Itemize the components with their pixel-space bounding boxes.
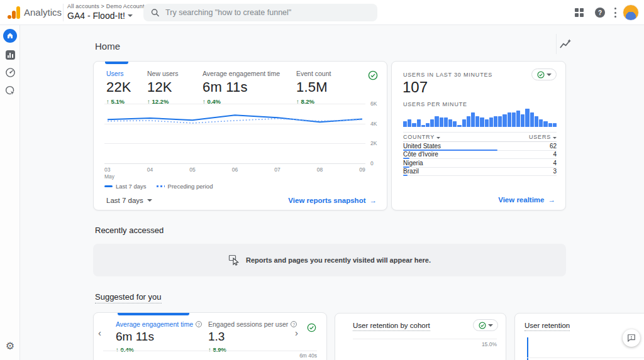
help-tooltip-icon[interactable]: ?	[291, 321, 297, 327]
chart-gridline	[104, 124, 365, 124]
metric-delta: ↑ 0.4%	[116, 346, 202, 353]
minute-bar	[471, 112, 475, 127]
empty-state-text: Reports and pages you recently visited w…	[246, 256, 431, 264]
minute-bar	[553, 123, 557, 127]
nav-reports[interactable]	[0, 50, 20, 60]
realtime-title: USERS IN LAST 30 MINUTES	[403, 72, 492, 78]
data-quality-icon[interactable]	[368, 70, 378, 83]
minute-bar	[417, 119, 421, 127]
recently-accessed-empty-state: Reports and pages you recently visited w…	[93, 244, 566, 276]
account-switcher[interactable]: All accounts > Demo Account GA4 - Flood-…	[67, 3, 145, 21]
view-realtime-link[interactable]: View realtime →	[498, 196, 555, 204]
country-row[interactable]: Côte d'Ivoire 4	[403, 151, 557, 160]
x-tick-label: 09	[359, 166, 365, 173]
carousel-next-icon[interactable]: ›	[295, 328, 298, 337]
help-icon[interactable]: ?	[595, 8, 605, 18]
logo-bar-tall	[16, 6, 20, 19]
nav-admin[interactable]: ⚙	[0, 341, 20, 351]
user-avatar[interactable]	[623, 4, 639, 21]
help-tooltip-icon[interactable]: ?	[196, 321, 202, 327]
minute-bar	[516, 111, 520, 127]
minute-bar	[539, 119, 543, 127]
chevron-down-icon	[488, 324, 493, 327]
nav-explore[interactable]	[0, 67, 20, 78]
suggested-metrics-card: ‹ Average engagement time? 6m 11s ↑ 0.4%…	[93, 312, 327, 360]
x-tick-label: 05	[189, 166, 195, 173]
realtime-country-table: United States 62 Côte d'Ivoire 4 Nigeria…	[403, 142, 557, 176]
nav-advertising[interactable]	[0, 85, 20, 96]
date-range-selector[interactable]: Last 7 days	[106, 197, 152, 204]
overview-card: Users 22K ↑ 5.1% New users 12K ↑ 12.2% A…	[93, 61, 387, 210]
country-row[interactable]: Brazil 3	[403, 168, 557, 177]
country-bar	[403, 175, 408, 176]
country-column-header[interactable]: COUNTRY	[403, 134, 440, 140]
y-tick-label: 6K	[370, 101, 377, 107]
x-tick-label: 07	[274, 166, 280, 173]
x-tick-label: 06	[232, 166, 238, 173]
overview-line-chart	[104, 104, 365, 163]
analytics-logo-icon[interactable]	[8, 6, 20, 19]
users-per-minute-chart	[403, 108, 557, 127]
more-options-icon[interactable]	[614, 8, 616, 18]
minute-bar	[480, 117, 484, 127]
country-row[interactable]: Nigeria 4	[403, 159, 557, 168]
x-tick-label: 08	[317, 166, 323, 173]
search-input[interactable]	[165, 8, 370, 17]
feedback-button[interactable]	[623, 329, 640, 347]
metric-tab-event-count[interactable]: Event count 1.5M ↑ 8.2%	[296, 70, 331, 105]
minute-bar	[512, 112, 516, 127]
minute-bar	[535, 116, 538, 127]
legend-label: Preceding period	[168, 183, 213, 190]
data-quality-icon[interactable]	[307, 323, 316, 335]
metric-tab-new-users[interactable]: New users 12K ↑ 12.2%	[147, 70, 179, 105]
arrow-right-icon: →	[370, 197, 377, 204]
carousel-prev-icon[interactable]: ‹	[98, 328, 101, 337]
minute-bar	[457, 125, 461, 127]
page-title: Home	[95, 41, 120, 52]
legend-dashed-swatch	[157, 185, 165, 187]
reports-icon	[6, 50, 15, 60]
country-row[interactable]: United States 62	[403, 142, 557, 151]
advertising-icon	[5, 85, 16, 96]
apps-grid-icon[interactable]	[575, 8, 584, 17]
metric-label: Average engagement time	[203, 70, 280, 77]
sort-caret-icon	[553, 137, 557, 139]
minute-bar	[421, 125, 425, 127]
home-icon	[6, 32, 14, 40]
legend-solid-swatch	[104, 185, 113, 187]
insights-button[interactable]	[559, 38, 572, 51]
minute-bar	[440, 117, 443, 127]
search-bar[interactable]	[143, 4, 377, 21]
metric-tab-engagement[interactable]: Average engagement time 6m 11s ↑ 0.4%	[203, 70, 280, 105]
suggested-title: Suggested for you	[95, 292, 162, 302]
chevron-down-icon	[547, 74, 552, 76]
logo-dot	[8, 15, 11, 19]
arrow-right-icon: →	[548, 196, 556, 204]
active-metric-indicator	[105, 62, 128, 64]
metric-tab-avg-engagement[interactable]: Average engagement time? 6m 11s ↑ 0.4%	[116, 320, 202, 353]
nav-home[interactable]	[0, 29, 20, 43]
logo-bar-mid	[12, 11, 16, 19]
realtime-options-pill[interactable]	[531, 68, 557, 80]
minute-bar	[525, 109, 529, 127]
minute-bar	[448, 119, 452, 127]
brand-name: Analytics	[24, 7, 62, 18]
legend-label: Last 7 days	[116, 183, 147, 190]
metric-label: Event count	[296, 70, 331, 77]
minute-bar	[444, 117, 448, 127]
view-reports-snapshot-link[interactable]: View reports snapshot →	[288, 197, 377, 204]
chart-legend: Last 7 days Preceding period	[104, 183, 213, 190]
metric-tab-engaged-sessions[interactable]: Engaged sessions per user? 1.3 ↑ 8.9%	[208, 320, 297, 353]
users-column-header[interactable]: USERS	[529, 134, 557, 140]
left-nav: ⚙	[0, 25, 20, 360]
gridline-label: 15.0%	[482, 341, 497, 347]
realtime-users-value: 107	[402, 79, 428, 96]
minute-bar	[462, 119, 466, 127]
minute-bar	[489, 117, 493, 127]
card-options-pill[interactable]	[473, 319, 498, 331]
header-divider	[556, 34, 557, 54]
breadcrumb: All accounts > Demo Account	[67, 3, 145, 9]
minute-bar	[435, 116, 438, 127]
x-tick-label: 03May	[104, 166, 114, 180]
metric-tab-users[interactable]: Users 22K ↑ 5.1%	[106, 70, 131, 105]
